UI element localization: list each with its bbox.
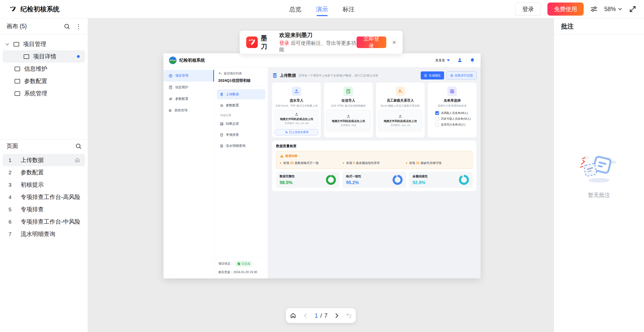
checkbox-high-risk-list[interactable]: 高风险人员名单(68人) [435,111,468,115]
page-item-parameter-config[interactable]: 2 参数配置 [3,166,85,179]
annotation-panel: 批注 [554,18,644,332]
mock-panel-special-check[interactable]: 专项排查 [217,130,265,140]
banner-login-now-button[interactable]: 立即登录 [357,36,386,48]
mock-content-title: 上传数据 [280,73,296,78]
empty-annotation-illustration [579,152,619,185]
zoom-level-value: 58% [604,6,616,13]
pull-download-icon [450,74,453,77]
user-icon[interactable] [457,58,462,63]
mock-panel-upload-data[interactable]: 上传数据 [217,89,265,99]
bell-icon[interactable] [470,58,475,63]
search-icon[interactable] [64,23,70,30]
reset-replay-button[interactable] [346,312,352,319]
home-page-icon [74,157,80,163]
dropzone-credit[interactable]: 拖拽文件到此处或点击上传 支持格式: html [326,110,370,131]
banner-title: 欢迎来到墨刀 [279,32,357,39]
document-icon [220,133,224,137]
dropzone-family[interactable]: 拖拽文件到此处或点击上传 支持格式: xlsx, xls [378,110,422,131]
empty-annotation-text: 暂无批注 [588,191,610,199]
annotation-panel-title: 批注 [554,18,644,34]
mock-project-name: 2024Q1信贷部初核 [218,78,264,83]
generate-report-button[interactable]: 生成报告 [421,71,444,79]
canvas-item-system-management[interactable]: 系统管理 [3,87,85,100]
canvas-item-parameter-config[interactable]: 参数配置 [3,75,85,87]
prototype-frame: 纪检初核系统 某某某 [163,53,481,278]
free-use-button[interactable]: 免费使用 [547,3,584,16]
page-item-special-check-high-risk[interactable]: 4 专项排查工作台-高风险 [3,191,85,203]
book-icon [168,85,173,90]
app-title: 纪检初核系统 [20,5,60,14]
mock-results-section-label: 初核结果 [220,113,265,117]
quality-title: 数据质量检查 [276,144,473,148]
mock-back-to-projects[interactable]: 返回项目列表 [218,71,264,76]
mock-nav-system-management[interactable]: ⚙ 系统管理 [163,105,214,116]
frame-icon [14,42,19,47]
mock-content-area: 上传数据 支持在一个项目中上传多个主体/账户数据，进行汇总/独立分析 生成报告 … [268,67,481,278]
mock-panel-parameter-config[interactable]: 参数配置 [217,100,265,110]
page-counter: 1 / 7 [315,312,327,319]
page-item-special-check[interactable]: 5 专项排查 [3,203,85,216]
filter-settings-icon [220,104,224,107]
upload-icon [347,114,350,118]
warning-icon [280,154,284,158]
database-icon [220,93,224,96]
pages-section-title: 页面 [7,142,18,150]
mock-nav-parameter-config[interactable]: 参数配置 [163,93,214,105]
tab-overview[interactable]: 总览 [289,0,302,18]
metric-format-consistency: 格式一致性 95.2% [342,172,406,188]
document-search-icon [220,144,224,148]
pages-list: 1 上传数据 2 参数配置 3 初核提示 4 专项排查工作台-高风险 5 专项排… [0,152,88,242]
login-button[interactable]: 登录 [515,3,541,16]
page-item-upload-data[interactable]: 1 上传数据 [3,154,85,166]
mock-user-dropdown[interactable]: 某某某 [435,58,450,63]
fullscreen-icon[interactable] [629,5,636,13]
more-options-icon[interactable]: ⋮ [75,23,82,30]
checkbox-history-suspect-list[interactable]: 历史可疑人员名单(45人) [435,117,471,121]
mock-system-title: 纪检初核系统 [179,57,205,63]
page-item-flow-detail-query[interactable]: 7 流水明细查询 [3,228,85,240]
id-card-icon [447,87,457,96]
upload-card-credit-import: 征信导入 支持 HTML 格式征信报告解析 拖拽文件到此处或点击上传 支持格式:… [324,82,373,138]
page-item-special-check-mid-risk[interactable]: 6 专项排查工作台-中风险 [3,216,85,228]
checkbox-regulator-watch-list[interactable]: 监管关注名单(32人) [435,123,465,127]
upload-card-family-relation: 员工家庭关系导入 Excel 模板上传员工家庭关系信息 拖拽文件到此处或点击上传… [376,82,425,138]
next-page-button[interactable] [334,313,340,319]
check-circle-icon [237,262,240,265]
dropzone-flow[interactable]: 拖拽文件到此处或点击上传 支持格式: xlsx, xls, pdf [275,110,318,127]
donut-ring [459,175,469,185]
report-icon [424,74,427,77]
mock-nav-info-maintenance[interactable]: 信息维护 [163,81,214,93]
page-item-initial-review-hint[interactable]: 3 初核提示 [3,179,85,191]
modao-brand-name: 墨刀 [261,34,273,51]
frame-icon [15,79,20,84]
search-icon[interactable] [75,143,82,149]
mock-project-panel: 返回项目列表 2024Q1信贷部初核 上传数据 参数配置 [214,67,268,278]
tab-annotation[interactable]: 标注 [343,0,355,18]
pull-bank-info-button[interactable]: 拉取本行信息 [447,71,477,79]
modao-logo-icon [10,6,16,13]
banner-login-link[interactable]: 登录 [279,40,289,46]
canvas-sidebar: 画布 (5) ⋮ 项目管理 项目详情 信息维护 [0,18,88,332]
preferences-icon[interactable] [590,5,598,13]
tab-presentation[interactable]: 演示 [316,0,328,18]
canvas-item-project-detail[interactable]: 项目详情 [3,50,85,63]
prev-page-button[interactable] [303,313,309,319]
mock-panel-flow-detail-query[interactable]: 流水明细查询 [217,141,265,151]
bullet-dot [406,162,407,164]
banner-close-icon[interactable]: × [392,39,396,46]
canvas-item-info-maintenance[interactable]: 信息维护 [3,63,85,75]
database-icon [272,73,278,78]
mock-panel-result-overview[interactable]: 结果总览 [217,119,265,129]
frame-icon [24,54,29,59]
view-tabs: 总览 演示 标注 [289,0,355,18]
app-topbar: 纪检初核系统 总览 演示 标注 登录 免费使用 58% [0,0,644,18]
mock-nav-project-management[interactable]: 项目管理 [163,70,214,81]
uploaded-flow-query-button[interactable]: 已上传流水查询 [275,129,318,135]
mock-main-nav: 项目管理 信息维护 参数配置 ⚙ 系统管理 [163,67,214,278]
mock-content-subtitle: 支持在一个项目中上传多个主体/账户数据，进行汇总/独立分析 [298,74,378,77]
canvas-item-project-management[interactable]: 项目管理 [3,38,85,50]
list-search-icon [285,131,288,134]
bullet-dot [280,162,281,164]
home-button[interactable] [290,312,296,319]
zoom-level-dropdown[interactable]: 58% [604,6,622,13]
